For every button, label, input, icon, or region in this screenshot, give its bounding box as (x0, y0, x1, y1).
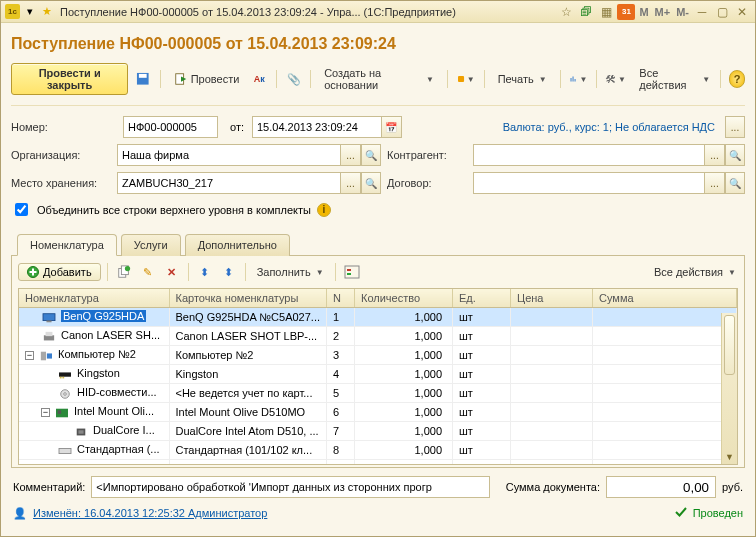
table-row[interactable]: KingstonKingston41,000шт (19, 365, 737, 384)
grid-scrollbar[interactable]: ▼ (721, 313, 737, 464)
sort-az-icon[interactable]: Aк (250, 69, 268, 89)
calendar-icon[interactable]: 31 (617, 4, 635, 20)
attachment-icon[interactable]: 📎 (285, 69, 303, 89)
mem-mplus-icon[interactable]: M+ (653, 6, 673, 18)
mem-m-icon[interactable]: M (637, 6, 650, 18)
tree-toggle-icon[interactable]: − (41, 408, 50, 417)
history-icon[interactable]: 🗊 (577, 4, 595, 20)
status-text: Проведен (693, 507, 743, 519)
table-row[interactable]: −Intel Mount Oli...Intel Mount Olive D51… (19, 403, 737, 422)
grid[interactable]: Номенклатура Карточка номенклатуры N Кол… (18, 288, 738, 465)
calc-icon[interactable]: ▦ (597, 4, 615, 20)
tree-toggle-icon[interactable]: − (25, 351, 34, 360)
combine-rows-checkbox[interactable] (15, 203, 28, 216)
number-field[interactable] (123, 116, 218, 138)
maximize-button[interactable]: ▢ (713, 4, 731, 20)
tab-additional[interactable]: Дополнительно (185, 234, 290, 256)
post-and-close-button[interactable]: Провести и закрыть (11, 63, 128, 95)
star-icon[interactable]: ★ (39, 4, 54, 19)
currency-edit-button[interactable]: ... (725, 116, 745, 138)
settings-icon[interactable]: 🛠▼ (605, 69, 625, 89)
svg-rect-29 (58, 410, 61, 413)
svg-rect-3 (458, 76, 464, 82)
storage-open-button[interactable]: 🔍 (361, 172, 381, 194)
org-select-button[interactable]: ... (341, 144, 361, 166)
nav-down-icon[interactable]: ▾ (22, 4, 37, 19)
table-row[interactable]: BenQ G925HDABenQ G925HDA №C5A027...11,00… (19, 308, 737, 327)
counterparty-select-button[interactable]: ... (705, 144, 725, 166)
create-based-button[interactable]: Создать на основании▼ (319, 65, 439, 93)
col-qty[interactable]: Количество (355, 289, 453, 308)
table-row[interactable]: HID-совмести...<Не ведется учет по карт.… (19, 384, 737, 403)
col-n[interactable]: N (327, 289, 355, 308)
minimize-button[interactable]: ─ (693, 4, 711, 20)
contract-label: Договор: (387, 177, 467, 189)
svg-rect-20 (41, 351, 46, 360)
fill-button[interactable]: Заполнить▼ (252, 264, 329, 280)
selection-icon[interactable] (342, 262, 362, 282)
counterparty-open-button[interactable]: 🔍 (725, 144, 745, 166)
org-field[interactable] (117, 144, 341, 166)
kb-icon (57, 445, 73, 457)
posted-icon (675, 506, 687, 520)
svg-rect-17 (46, 320, 51, 322)
sum-label: Сумма документа: (506, 481, 600, 493)
comment-field[interactable] (91, 476, 489, 498)
contract-open-button[interactable]: 🔍 (725, 172, 745, 194)
copy-row-icon[interactable] (114, 262, 134, 282)
table-row[interactable]: Стандартная (...Стандартная (101/102 кл.… (19, 441, 737, 460)
col-card[interactable]: Карточка номенклатуры (169, 289, 327, 308)
barcode-icon[interactable]: ▼ (456, 69, 476, 89)
changed-link[interactable]: Изменён: 16.04.2013 12:25:32 Администрат… (33, 507, 267, 519)
col-price[interactable]: Цена (511, 289, 593, 308)
page-title: Поступление НФ00-000005 от 15.04.2013 23… (11, 31, 745, 63)
date-field[interactable] (252, 116, 382, 138)
print-button[interactable]: Печать▼ (493, 71, 552, 87)
cpu-icon (73, 426, 89, 438)
table-row[interactable]: DualCore I...DualCore Intel Atom D510, .… (19, 422, 737, 441)
table-row[interactable]: Canon LASER SH...Canon LASER SHOT LBP-..… (19, 327, 737, 346)
tab-nomenclature[interactable]: Номенклатура (17, 234, 117, 256)
currency-info: Валюта: руб., курс: 1; Не облагается НДС (408, 121, 719, 133)
table-row[interactable]: Microsoft Wind...Microsoft Windows XP Pr… (19, 460, 737, 466)
move-down-icon[interactable]: ⬍ (219, 262, 239, 282)
tree-cell: DualCore I... (73, 424, 155, 436)
table-row[interactable]: −Компьютер №2Компьютер №231,000шт (19, 346, 737, 365)
svg-rect-5 (573, 76, 574, 81)
edit-row-icon[interactable]: ✎ (138, 262, 158, 282)
col-nomenclature[interactable]: Номенклатура (19, 289, 169, 308)
report-icon[interactable]: ▼ (568, 69, 588, 89)
save-icon[interactable] (134, 69, 152, 89)
help-icon[interactable]: ? (729, 70, 745, 88)
svg-rect-19 (46, 331, 53, 335)
add-row-button[interactable]: Добавить (18, 263, 101, 281)
contract-field[interactable] (473, 172, 705, 194)
svg-rect-25 (63, 376, 64, 378)
org-open-button[interactable]: 🔍 (361, 144, 381, 166)
date-picker-icon[interactable]: 📅 (382, 116, 402, 138)
counterparty-field[interactable] (473, 144, 705, 166)
board-icon (54, 407, 70, 419)
col-unit[interactable]: Ед. (453, 289, 511, 308)
tree-cell: Canon LASER SH... (41, 329, 160, 341)
info-icon[interactable]: i (317, 203, 331, 217)
scroll-down-icon[interactable]: ▼ (722, 450, 737, 464)
contract-select-button[interactable]: ... (705, 172, 725, 194)
move-up-icon[interactable]: ⬍ (195, 262, 215, 282)
col-sum[interactable]: Сумма (593, 289, 737, 308)
mem-mminus-icon[interactable]: M- (674, 6, 691, 18)
storage-field[interactable] (117, 172, 341, 194)
sum-field[interactable] (606, 476, 716, 498)
scrollbar-thumb[interactable] (724, 315, 735, 375)
storage-select-button[interactable]: ... (341, 172, 361, 194)
post-button[interactable]: Провести (169, 70, 245, 88)
favorite-add-icon[interactable]: ☆ (557, 4, 575, 20)
tab-services[interactable]: Услуги (121, 234, 181, 256)
counterparty-label: Контрагент: (387, 149, 467, 161)
delete-row-icon[interactable]: ✕ (162, 262, 182, 282)
combine-rows-label: Объединить все строки верхнего уровня в … (37, 204, 311, 216)
storage-label: Место хранения: (11, 177, 111, 189)
grid-all-actions-button[interactable]: Все действия▼ (652, 266, 738, 278)
all-actions-button[interactable]: Все действия▼ (637, 67, 712, 91)
close-button[interactable]: ✕ (733, 4, 751, 20)
